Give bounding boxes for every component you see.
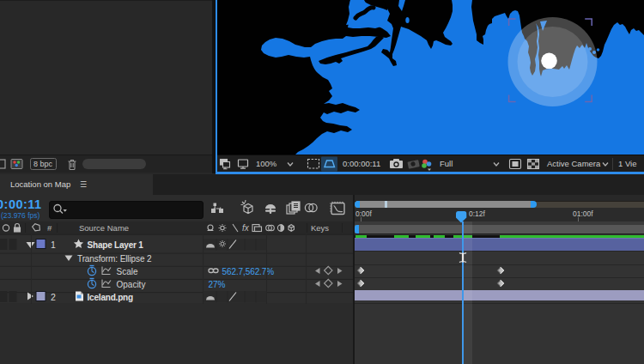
svg-text:2: 2: [51, 292, 56, 302]
svg-text:1: 1: [51, 240, 56, 250]
svg-text:0:00:00:11: 0:00:00:11: [343, 159, 380, 168]
svg-text:100%: 100%: [256, 159, 277, 168]
svg-text:8 bpc: 8 bpc: [33, 160, 53, 168]
svg-text:Transform: Ellipse 2: Transform: Ellipse 2: [77, 254, 152, 264]
svg-text:Source Name: Source Name: [79, 223, 129, 233]
svg-text:Full: Full: [440, 159, 453, 168]
svg-text:27%: 27%: [209, 280, 226, 289]
svg-text:Scale: Scale: [117, 267, 138, 276]
svg-text:fx: fx: [242, 223, 250, 233]
svg-text:Keys: Keys: [311, 223, 329, 233]
svg-text:#: #: [47, 223, 52, 233]
svg-text:Iceland.png: Iceland.png: [88, 293, 133, 302]
svg-text:Shape Layer 1: Shape Layer 1: [88, 240, 144, 250]
svg-text:Active Camera: Active Camera: [547, 159, 601, 168]
svg-text:1 Vie: 1 Vie: [618, 159, 636, 168]
svg-text:Opacity: Opacity: [117, 280, 146, 289]
